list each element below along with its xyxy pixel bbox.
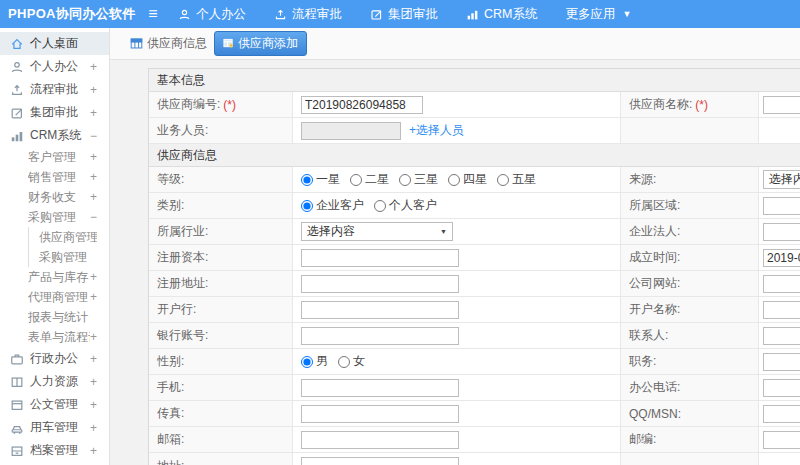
contact-input[interactable] <box>763 327 800 345</box>
founded-date-input[interactable] <box>763 249 800 267</box>
gender-radio-female[interactable] <box>338 356 350 368</box>
tab-label: 供应商添加 <box>238 35 298 52</box>
bank-input[interactable] <box>301 301 459 319</box>
field-label: 邮箱: <box>157 431 184 448</box>
sidebar-item-finance[interactable]: 财务收支+ <box>0 187 109 207</box>
sidebar-item-document-mgmt[interactable]: 公文管理+ <box>0 393 109 416</box>
sidebar-item-group-approval[interactable]: 集团审批+ <box>0 101 109 124</box>
level-radio-2star[interactable] <box>350 174 362 186</box>
expand-indicator[interactable]: + <box>90 290 97 304</box>
sidebar-item-customer-mgmt[interactable]: 客户管理+ <box>0 147 109 167</box>
field-label: 等级: <box>157 171 184 188</box>
expand-indicator[interactable]: + <box>90 398 97 412</box>
field-label: 供应商编号: <box>157 96 220 113</box>
top-menu-personal-office[interactable]: 个人办公 <box>178 6 246 23</box>
level-radio-3star[interactable] <box>399 174 411 186</box>
bank-account-input[interactable] <box>301 327 459 345</box>
category-radio-enterprise[interactable] <box>301 200 313 212</box>
sidebar-item-vehicle-mgmt[interactable]: 用车管理+ <box>0 416 109 439</box>
table-icon <box>130 37 143 50</box>
tab-supplier-info[interactable]: 供应商信息 <box>130 35 207 52</box>
field-label: 供应商名称: <box>629 96 692 113</box>
expand-indicator[interactable]: + <box>90 190 97 204</box>
collapse-indicator[interactable]: − <box>90 129 97 143</box>
sidebar: 个人桌面 个人办公+ 流程审批+ 集团审批+ CRM系统− 客户管理+ 销售管理… <box>0 28 110 465</box>
sidebar-item-supplier-mgmt[interactable]: 供应商管理 <box>28 227 109 247</box>
section-title-supplier: 供应商信息 <box>149 144 800 167</box>
level-radio-5star[interactable] <box>497 174 509 186</box>
supplier-add-form: 基本信息 供应商编号:(*) 供应商名称:(*) 业务人员: +选择人员 供应商… <box>148 68 800 465</box>
sidebar-item-form-workflow-settings[interactable]: 表单与流程设置+ <box>0 327 109 347</box>
sidebar-item-purchasing[interactable]: 采购管理 <box>28 247 109 267</box>
level-radio-1star[interactable] <box>301 174 313 186</box>
expand-indicator[interactable]: + <box>90 352 97 366</box>
source-select[interactable]: 选择内容▼ <box>763 170 800 189</box>
edit-icon <box>10 106 24 120</box>
sidebar-item-archive-mgmt[interactable]: 档案管理+ <box>0 439 109 462</box>
page-layout: 个人桌面 个人办公+ 流程审批+ 集团审批+ CRM系统− 客户管理+ 销售管理… <box>0 28 800 465</box>
menu-toggle-icon[interactable]: ≡ <box>136 5 170 23</box>
qq-msn-input[interactable] <box>763 405 800 423</box>
field-label: 成立时间: <box>629 249 680 266</box>
level-radio-4star[interactable] <box>448 174 460 186</box>
top-menu-crm-system[interactable]: CRM系统 <box>466 6 537 23</box>
expand-indicator[interactable]: + <box>90 106 97 120</box>
fax-input[interactable] <box>301 405 459 423</box>
sidebar-item-purchase-mgmt[interactable]: 采购管理− <box>0 207 109 227</box>
category-radio-personal[interactable] <box>374 200 386 212</box>
supplier-code-input[interactable] <box>301 96 423 114</box>
caret-down-icon: ▼ <box>440 228 447 235</box>
sidebar-item-admin-office[interactable]: 行政办公+ <box>0 347 109 370</box>
expand-indicator[interactable]: + <box>90 421 97 435</box>
reg-address-input[interactable] <box>301 275 459 293</box>
sidebar-item-personal-office[interactable]: 个人办公+ <box>0 55 109 78</box>
chart-icon <box>466 8 479 21</box>
industry-select[interactable]: 选择内容▼ <box>301 222 453 241</box>
capital-input[interactable] <box>301 249 459 267</box>
expand-indicator[interactable]: + <box>90 330 97 344</box>
expand-indicator[interactable]: + <box>90 150 97 164</box>
field-label: 来源: <box>629 171 656 188</box>
sidebar-item-agent-mgmt[interactable]: 代理商管理+ <box>0 287 109 307</box>
website-input[interactable] <box>763 275 800 293</box>
expand-indicator[interactable]: + <box>90 270 97 284</box>
email-input[interactable] <box>301 431 459 449</box>
tab-bar: 供应商信息 供应商添加 <box>110 28 800 60</box>
field-label: 办公电话: <box>629 379 680 396</box>
sidebar-item-crm-system[interactable]: CRM系统− <box>0 124 109 147</box>
legal-person-input[interactable] <box>763 223 800 241</box>
expand-indicator[interactable]: + <box>90 83 97 97</box>
collapse-indicator[interactable]: − <box>90 210 97 224</box>
form-row: 银行账号: 联系人: <box>149 323 800 349</box>
top-menu-more-apps[interactable]: 更多应用 ▼ <box>565 6 631 23</box>
sidebar-item-personal-desktop[interactable]: 个人桌面 <box>0 32 109 55</box>
mobile-input[interactable] <box>301 379 459 397</box>
top-menu-workflow-approval[interactable]: 流程审批 <box>274 6 342 23</box>
sidebar-item-workflow-approval[interactable]: 流程审批+ <box>0 78 109 101</box>
office-phone-input[interactable] <box>763 379 800 397</box>
sidebar-item-sales-mgmt[interactable]: 销售管理+ <box>0 167 109 187</box>
supplier-name-input[interactable] <box>763 96 800 114</box>
staff-input[interactable] <box>301 122 401 140</box>
sidebar-item-product-inventory[interactable]: 产品与库存+ <box>0 267 109 287</box>
region-input[interactable] <box>763 197 800 215</box>
gender-radio-male[interactable] <box>301 356 313 368</box>
expand-indicator[interactable]: + <box>90 170 97 184</box>
expand-indicator[interactable]: + <box>90 375 97 389</box>
tab-supplier-add-active[interactable]: 供应商添加 <box>214 31 307 56</box>
expand-indicator[interactable]: + <box>90 444 97 458</box>
field-label: 地址: <box>157 458 184 465</box>
gender-radio-group: 男 女 <box>301 353 375 370</box>
position-input[interactable] <box>763 353 800 371</box>
address-input[interactable] <box>301 457 459 465</box>
account-name-input[interactable] <box>763 301 800 319</box>
sidebar-item-hr[interactable]: 人力资源+ <box>0 370 109 393</box>
sidebar-item-reports-stats[interactable]: 报表与统计 <box>0 307 109 327</box>
choose-staff-link[interactable]: +选择人员 <box>409 122 464 139</box>
top-menu-group-approval[interactable]: 集团审批 <box>370 6 438 23</box>
form-row: 注册资本: 成立时间: <box>149 245 800 271</box>
caret-down-icon: ▼ <box>622 9 631 19</box>
zip-input[interactable] <box>763 431 800 449</box>
expand-indicator[interactable]: + <box>90 60 97 74</box>
section-title-basic: 基本信息 <box>149 69 800 92</box>
